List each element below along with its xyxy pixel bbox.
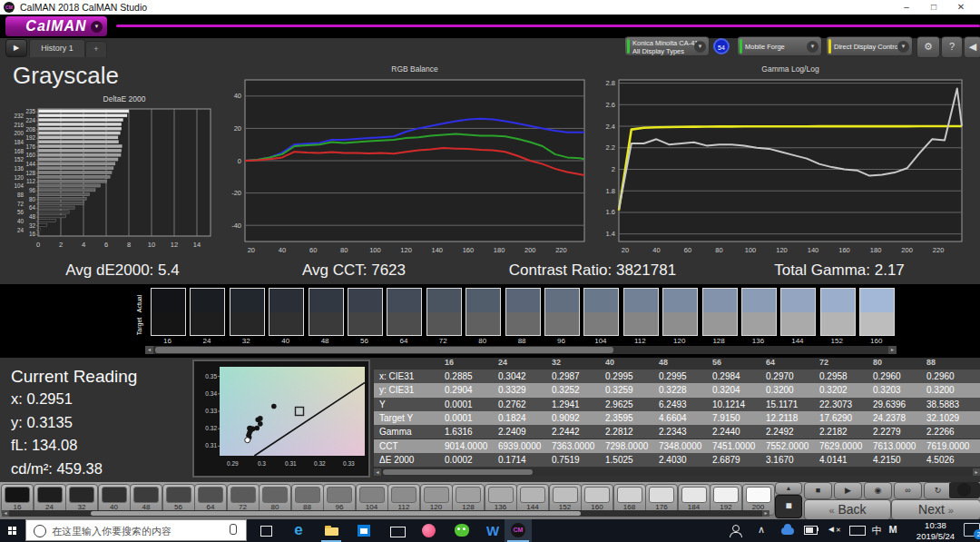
settings-gear-icon[interactable]: ⚙	[916, 36, 940, 58]
svg-text:0.35: 0.35	[205, 373, 217, 379]
svg-text:200: 200	[901, 246, 913, 254]
tray-chevron-up-icon[interactable]: ∧	[753, 524, 769, 536]
gamma-chart: Gamma Log/Log2.82.62.42.221.81.61.420406…	[592, 64, 967, 258]
mail-icon[interactable]	[383, 519, 410, 542]
table-cell: 0.3228	[659, 383, 712, 397]
table-cell: 7348.0000	[659, 439, 712, 453]
meter-dropdown[interactable]: Konica Minolta CA-410 All Display Types …	[624, 36, 710, 56]
table-cell: 4.6604	[659, 411, 712, 425]
continuous-read-icon[interactable]: ∞	[894, 482, 922, 499]
swatch-scrollbar: ◂ ▸	[145, 346, 897, 354]
table-scroll-thumb[interactable]	[383, 469, 533, 475]
svg-text:96: 96	[29, 187, 36, 193]
ime-language-indicator[interactable]: 中	[869, 524, 884, 537]
stat-3: Total Gamma: 2.17	[740, 261, 939, 280]
table-cell: 2.2492	[766, 425, 819, 439]
maximize-button[interactable]: □	[924, 1, 944, 14]
capture-icon[interactable]: ◉	[864, 482, 892, 499]
table-row-label: Y	[374, 398, 445, 411]
expand-up-button[interactable]: ▲	[775, 482, 802, 495]
actual-half	[348, 289, 382, 312]
scroll-left-icon[interactable]: ◂	[145, 346, 153, 354]
svg-text:220: 220	[555, 246, 567, 254]
table-cell: 2.6879	[712, 453, 766, 467]
minimize-button[interactable]: –	[897, 1, 916, 14]
table-col-header: 72	[819, 358, 873, 370]
scroll-left-icon[interactable]: ◂	[2, 510, 9, 517]
meter-sync-badge[interactable]: 54	[713, 38, 730, 54]
wechat-icon[interactable]	[448, 519, 475, 542]
svg-text:80: 80	[340, 246, 348, 254]
back-icon: «	[828, 505, 834, 516]
scroll-right-icon[interactable]: ▸	[973, 468, 980, 476]
table-col-header: 48	[659, 358, 712, 370]
pattern-scroll-thumb[interactable]	[91, 511, 581, 516]
pattern-chip	[133, 487, 159, 503]
table-cell: 6939.0000	[498, 439, 552, 453]
next-button[interactable]: Next »	[891, 499, 980, 520]
actual-half	[270, 289, 303, 312]
svg-text:140: 140	[432, 246, 444, 254]
source-dropdown[interactable]: Mobile Forge ▼	[737, 36, 822, 56]
table-cell: 0.1714	[498, 453, 552, 467]
table-col-header: 64	[766, 358, 819, 370]
media-app-icon[interactable]	[416, 519, 443, 542]
actual-half	[191, 289, 224, 312]
task-view-button[interactable]	[252, 519, 279, 542]
svg-text:180: 180	[494, 246, 505, 254]
envelope	[390, 527, 406, 537]
grayscale-swatch-56	[348, 288, 383, 336]
pattern-chip	[520, 487, 545, 503]
calman-taskbar-button[interactable]: CM	[505, 519, 532, 542]
logo-menu-dropdown-icon[interactable]: ▼	[91, 21, 103, 33]
table-cell: 0.2958	[819, 370, 873, 383]
ime-mode-indicator[interactable]: M	[886, 524, 900, 535]
display-control-dropdown[interactable]: Direct Display Control ▼	[826, 36, 913, 56]
scroll-right-icon[interactable]: ▸	[888, 346, 897, 354]
store-icon[interactable]	[350, 519, 377, 542]
play-icon[interactable]: ▶	[834, 482, 862, 499]
back-button[interactable]: « Back	[804, 499, 891, 520]
file-explorer-button[interactable]	[318, 519, 345, 542]
help-icon[interactable]: ?	[941, 36, 963, 58]
pattern-chip	[391, 487, 416, 503]
notification-badge: 2	[974, 529, 980, 539]
svg-text:100: 100	[745, 246, 757, 254]
svg-text:152: 152	[14, 156, 24, 163]
add-tab-button[interactable]: +	[85, 41, 107, 57]
stop-icon[interactable]: ■	[804, 482, 832, 499]
reading-x: x: 0.2951	[11, 390, 73, 408]
scroll-right-icon[interactable]: ▸	[762, 510, 769, 517]
pattern-chip	[37, 487, 63, 503]
app-icon: CM	[4, 2, 15, 13]
tab-history-1[interactable]: History 1	[29, 39, 85, 57]
swatch-scroll-thumb[interactable]	[155, 347, 613, 353]
taskbar-search-input[interactable]: 在这里输入你要搜索的内容	[25, 519, 247, 541]
collapse-panel-icon[interactable]: ◀	[964, 36, 980, 58]
grayscale-swatch-112	[623, 288, 659, 336]
table-col-header: 16	[445, 358, 498, 370]
table-cell: 0.3202	[819, 383, 873, 397]
svg-text:88: 88	[17, 192, 24, 198]
pattern-window-button[interactable]: ■	[775, 495, 802, 518]
svg-text:80: 80	[29, 196, 36, 202]
swatch-level-label: 136	[740, 337, 776, 345]
close-button[interactable]: ✕	[951, 1, 971, 14]
pattern-chip	[295, 487, 320, 503]
scroll-left-icon[interactable]: ◂	[374, 468, 381, 476]
start-button[interactable]	[0, 519, 25, 542]
nav-toggle-button[interactable]: ▶	[5, 39, 27, 57]
pattern-chip	[456, 487, 481, 503]
edge-browser-icon[interactable]: e	[285, 519, 312, 542]
table-cell: 12.2118	[766, 411, 819, 425]
action-center-icon[interactable]: 2	[964, 523, 980, 537]
target-half	[545, 312, 579, 336]
refresh-icon[interactable]: ↻	[924, 482, 952, 499]
deltae-chart: DeltaE 200002468101214235232224216208200…	[7, 91, 216, 258]
search-placeholder: 在这里输入你要搜索的内容	[52, 525, 172, 538]
taskbar-clock[interactable]: 10:38 2019/5/24	[909, 520, 962, 541]
grayscale-swatch-80	[466, 288, 501, 336]
volume-muted-icon[interactable]: ◄✕	[824, 524, 844, 534]
wps-office-icon[interactable]: W	[479, 519, 506, 542]
table-cell: 4.5026	[926, 453, 980, 467]
